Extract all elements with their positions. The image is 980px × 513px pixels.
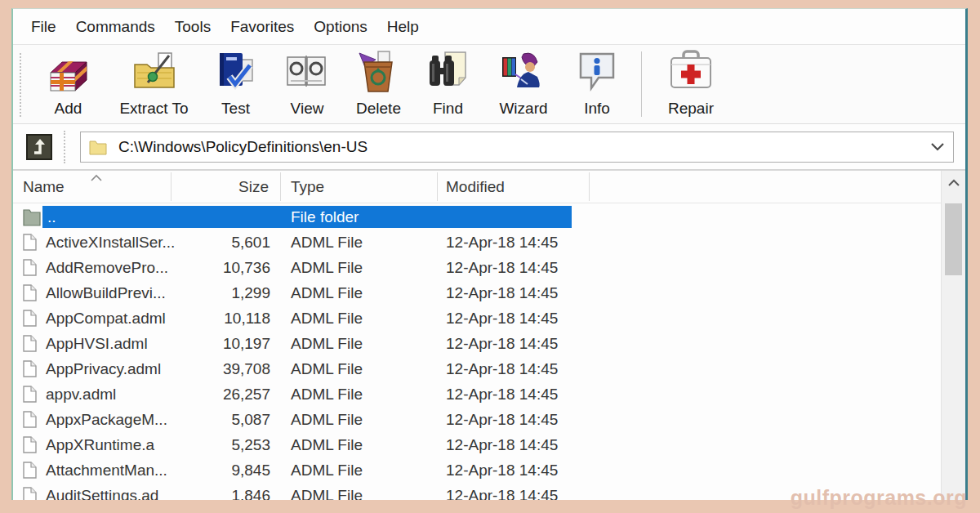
file-row[interactable]: AppxPackageM... 5,087 ADML File 12-Apr-1… (13, 407, 941, 432)
file-size-cell: 10,197 (176, 335, 270, 353)
file-modified-cell: 12-Apr-18 14:45 (446, 411, 626, 429)
file-type-cell: ADML File (291, 234, 446, 252)
parent-directory-row[interactable]: .. File folder (13, 204, 941, 230)
add-button[interactable]: Add (29, 48, 107, 122)
menu-bar: File Commands Tools Favorites Options He… (13, 9, 965, 45)
delete-button[interactable]: Delete (344, 48, 413, 122)
file-row[interactable]: AllowBuildPrevi... 1,299 ADML File 12-Ap… (13, 280, 941, 306)
file-icon (23, 411, 37, 428)
file-row[interactable]: AppHVSI.adml 10,197 ADML File 12-Apr-18 … (13, 331, 941, 356)
file-size-cell: 10,118 (176, 310, 270, 328)
find-button[interactable]: Find (413, 48, 483, 122)
file-icon (23, 335, 37, 352)
address-bar: C:\Windows\PolicyDefinitions\en-US (13, 124, 965, 171)
column-header-modified[interactable]: Modified (446, 178, 505, 196)
selection-highlight: .. File folder (42, 206, 572, 228)
column-divider[interactable] (280, 172, 281, 201)
file-row[interactable]: AppXRuntime.a 5,253 ADML File 12-Apr-18 … (13, 432, 941, 457)
extract-folder-icon (131, 50, 177, 99)
view-button[interactable]: View (270, 48, 344, 122)
wizard-button[interactable]: Wizard (483, 48, 564, 122)
file-icon (23, 234, 37, 251)
file-icon (23, 284, 37, 301)
file-type-cell: ADML File (291, 436, 446, 454)
menu-favorites[interactable]: Favorites (220, 18, 304, 36)
file-size-cell: 1,846 (176, 487, 270, 501)
address-path: C:\Windows\PolicyDefinitions\en-US (118, 138, 929, 156)
toolbar-gripper (20, 53, 24, 117)
file-modified-cell: 12-Apr-18 14:45 (446, 259, 626, 277)
file-size-cell: 9,845 (176, 462, 270, 480)
menu-help[interactable]: Help (377, 18, 429, 36)
view-open-book-icon (284, 50, 330, 99)
file-icon (23, 259, 37, 276)
file-list: Name Size Type Modified .. File folder (13, 171, 965, 500)
address-combobox[interactable]: C:\Windows\PolicyDefinitions\en-US (80, 132, 954, 163)
menu-tools[interactable]: Tools (165, 18, 220, 36)
file-name-cell: AppxPackageM... (46, 411, 176, 429)
repair-button[interactable]: Repair (650, 48, 732, 122)
vertical-scrollbar[interactable] (941, 171, 965, 500)
info-bubble-icon (574, 50, 620, 99)
list-header: Name Size Type Modified (13, 171, 965, 203)
menu-file[interactable]: File (21, 18, 66, 36)
file-type-cell: ADML File (291, 462, 446, 480)
up-one-level-button[interactable] (26, 134, 52, 160)
column-header-name[interactable]: Name (23, 178, 65, 196)
file-row[interactable]: appv.adml 26,257 ADML File 12-Apr-18 14:… (13, 381, 941, 407)
file-type-cell: ADML File (291, 386, 446, 404)
column-header-type[interactable]: Type (291, 178, 324, 196)
file-modified-cell: 12-Apr-18 14:45 (446, 234, 626, 252)
folder-icon (89, 139, 107, 155)
scrollbar-thumb[interactable] (945, 203, 962, 275)
column-divider[interactable] (437, 172, 438, 201)
file-icon (23, 310, 37, 327)
file-row[interactable]: ActiveXInstallSer... 5,601 ADML File 12-… (13, 230, 941, 255)
info-button[interactable]: Info (564, 48, 630, 122)
file-type-cell: ADML File (291, 360, 446, 378)
file-size-cell: 26,257 (176, 386, 270, 404)
file-modified-cell: 12-Apr-18 14:45 (446, 335, 626, 353)
toolbar-separator (641, 51, 642, 117)
delete-button-label: Delete (356, 100, 401, 118)
file-name-cell: AuditSettings.ad (46, 487, 176, 501)
extract-to-button[interactable]: Extract To (107, 48, 201, 122)
file-modified-cell: 12-Apr-18 14:45 (446, 462, 626, 480)
file-modified-cell: 12-Apr-18 14:45 (446, 360, 626, 378)
file-row[interactable]: AttachmentMan... 9,845 ADML File 12-Apr-… (13, 457, 941, 483)
file-row[interactable]: AppPrivacy.adml 39,708 ADML File 12-Apr-… (13, 356, 941, 381)
parent-row-type: File folder (291, 208, 359, 226)
file-list-body: .. File folder ActiveXInstallSer... 5,60… (13, 204, 941, 500)
file-size-cell: 1,299 (176, 284, 270, 302)
column-divider[interactable] (171, 172, 172, 201)
file-icon (23, 386, 37, 403)
file-row[interactable]: AppCompat.adml 10,118 ADML File 12-Apr-1… (13, 306, 941, 331)
chevron-down-icon[interactable] (929, 141, 947, 154)
file-name-cell: ActiveXInstallSer... (46, 234, 176, 252)
file-modified-cell: 12-Apr-18 14:45 (446, 436, 626, 454)
file-icon (23, 487, 37, 500)
delete-basket-icon (356, 50, 402, 99)
file-type-cell: ADML File (291, 310, 446, 328)
binoculars-icon (425, 50, 471, 99)
winrar-archive-icon (46, 50, 91, 99)
menu-commands[interactable]: Commands (66, 18, 165, 36)
column-header-size[interactable]: Size (176, 178, 269, 196)
file-size-cell: 5,253 (176, 436, 270, 454)
test-button-label: Test (221, 100, 250, 118)
scroll-up-arrow-icon[interactable] (942, 171, 965, 195)
file-name-cell: AddRemovePro... (46, 259, 176, 277)
repair-button-label: Repair (668, 100, 714, 118)
file-size-cell: 5,087 (176, 411, 270, 429)
file-name-cell: AllowBuildPrevi... (46, 284, 176, 302)
menu-options[interactable]: Options (304, 18, 376, 36)
file-row[interactable]: AddRemovePro... 10,736 ADML File 12-Apr-… (13, 255, 941, 280)
address-gripper (64, 131, 72, 163)
test-button[interactable]: Test (201, 48, 270, 122)
file-type-cell: ADML File (291, 411, 446, 429)
file-size-cell: 10,736 (176, 259, 270, 277)
file-name-cell: appv.adml (46, 386, 176, 404)
file-modified-cell: 12-Apr-18 14:45 (446, 487, 626, 501)
file-name-cell: AppCompat.adml (46, 310, 176, 328)
column-divider[interactable] (589, 172, 590, 201)
